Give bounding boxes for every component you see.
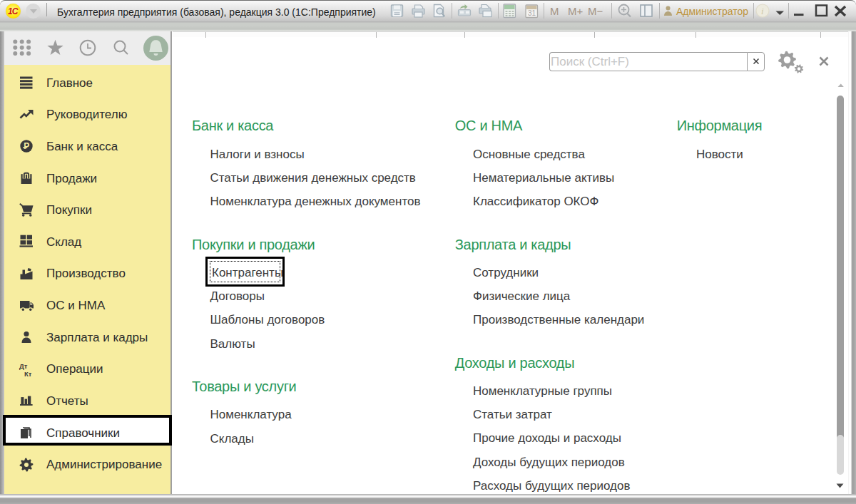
- svg-text:P: P: [24, 142, 29, 152]
- svg-text:Кт: Кт: [24, 369, 32, 377]
- svg-text:Администратор: Администратор: [676, 6, 748, 17]
- svg-text:M−: M−: [588, 5, 603, 17]
- svg-text:31: 31: [528, 9, 536, 17]
- svg-text:Дт: Дт: [19, 362, 28, 370]
- svg-text:i: i: [761, 6, 764, 16]
- svg-text:M: M: [550, 5, 559, 17]
- svg-text:M+: M+: [568, 5, 583, 17]
